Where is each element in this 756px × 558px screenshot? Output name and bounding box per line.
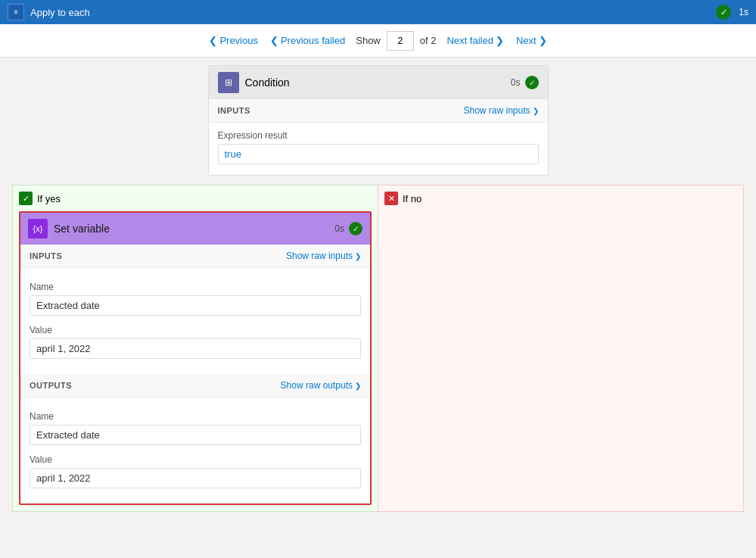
- topbar-icon: ≡: [14, 8, 17, 16]
- branch-no: ✕ If no: [378, 185, 744, 512]
- set-variable-title: Set variable: [54, 223, 110, 235]
- expression-result-value: true: [218, 144, 539, 164]
- condition-check-badge: ✓: [525, 76, 539, 89]
- sv-outputs-value-group: Value april 1, 2022: [30, 450, 361, 493]
- nav-bar: ❮ Previous ❮ Previous failed Show 2 of 2…: [0, 24, 756, 58]
- topbar-title: Apply to each: [30, 7, 90, 18]
- condition-title: Condition: [245, 76, 290, 89]
- branches-container: ✓ If yes {x} Set variable 0: [12, 185, 744, 512]
- sv-show-raw-inputs-link[interactable]: Show raw inputs ❯: [286, 251, 361, 261]
- sv-outputs-header: OUTPUTS Show raw outputs ❯: [20, 374, 370, 397]
- expression-result-label: Expression result: [218, 130, 539, 141]
- previous-button[interactable]: ❮ Previous: [204, 32, 263, 49]
- sv-inputs-name-group: Name Extracted date: [30, 276, 361, 320]
- condition-inputs-body: Expression result true: [209, 123, 548, 175]
- if-no-badge: ✕: [384, 192, 398, 205]
- branch-yes: ✓ If yes {x} Set variable 0: [12, 185, 378, 512]
- previous-chevron-icon: ❮: [209, 35, 217, 46]
- sv-inputs-header: INPUTS Show raw inputs ❯: [20, 245, 370, 268]
- if-yes-badge: ✓: [19, 192, 33, 205]
- condition-time: 0s: [511, 77, 521, 88]
- condition-icon: ⊞: [218, 72, 239, 93]
- sv-outputs-name-group: Name Extracted date: [30, 405, 361, 450]
- topbar-time: 1s: [739, 7, 748, 17]
- if-yes-label: If yes: [37, 193, 61, 204]
- total-pages: of 2: [420, 35, 437, 46]
- sv-outputs-value-label: Value: [30, 454, 361, 465]
- sv-inputs-name-value: Extracted date: [30, 295, 361, 316]
- page-input[interactable]: 2: [387, 31, 414, 51]
- previous-failed-button[interactable]: ❮ Previous failed: [266, 32, 350, 49]
- condition-inputs-header: INPUTS Show raw inputs ❯: [209, 99, 548, 123]
- set-variable-block: {x} Set variable 0s ✓ INPU: [19, 211, 372, 505]
- sv-outputs-label: OUTPUTS: [30, 381, 72, 390]
- sv-outputs-value-value: april 1, 2022: [30, 468, 361, 488]
- topbar-right: ✓ 1s: [716, 5, 748, 20]
- branch-no-header: ✕ If no: [384, 192, 737, 205]
- sv-inputs-name-label: Name: [30, 282, 361, 292]
- sv-inputs-body: Name Extracted date Value april 1, 2022: [20, 268, 370, 374]
- sv-inputs-value-label: Value: [30, 325, 361, 335]
- sv-outputs-body: Name Extracted date Value april 1, 2022: [20, 397, 370, 503]
- if-no-label: If no: [403, 193, 422, 204]
- set-variable-header: {x} Set variable 0s ✓: [20, 213, 370, 245]
- show-raw-inputs-chevron-icon: ❯: [533, 107, 539, 115]
- main-content: ⊞ Condition 0s ✓ INPUTS Show raw inputs …: [0, 58, 756, 558]
- set-variable-time: 0s: [334, 223, 344, 234]
- topbar-check-badge: ✓: [716, 5, 731, 20]
- next-failed-chevron-icon: ❯: [496, 35, 504, 46]
- sv-outputs-name-label: Name: [30, 411, 361, 422]
- sv-show-raw-outputs-link[interactable]: Show raw outputs ❯: [281, 380, 361, 391]
- next-failed-button[interactable]: Next failed ❯: [442, 32, 508, 49]
- condition-block: ⊞ Condition 0s ✓ INPUTS Show raw inputs …: [208, 65, 549, 176]
- branch-yes-header: ✓ If yes: [19, 192, 372, 205]
- condition-header: ⊞ Condition 0s ✓: [209, 66, 548, 99]
- next-button[interactable]: Next ❯: [512, 32, 552, 49]
- sv-show-raw-outputs-chevron-icon: ❯: [355, 382, 361, 390]
- set-variable-icon: {x}: [28, 219, 48, 238]
- sv-inputs-value-group: Value april 1, 2022: [30, 320, 361, 363]
- sv-outputs-name-value: Extracted date: [30, 425, 361, 445]
- next-chevron-icon: ❯: [539, 35, 547, 46]
- sv-show-raw-inputs-chevron-icon: ❯: [355, 252, 361, 260]
- show-raw-inputs-link[interactable]: Show raw inputs ❯: [463, 105, 538, 116]
- set-variable-check-badge: ✓: [349, 222, 362, 235]
- top-bar: ≡ Apply to each ✓ 1s: [0, 0, 756, 24]
- prev-failed-chevron-icon: ❮: [270, 35, 278, 46]
- inputs-label: INPUTS: [218, 106, 250, 115]
- sv-inputs-label: INPUTS: [30, 251, 62, 260]
- show-label: Show: [356, 35, 381, 46]
- sv-inputs-value-value: april 1, 2022: [30, 338, 361, 359]
